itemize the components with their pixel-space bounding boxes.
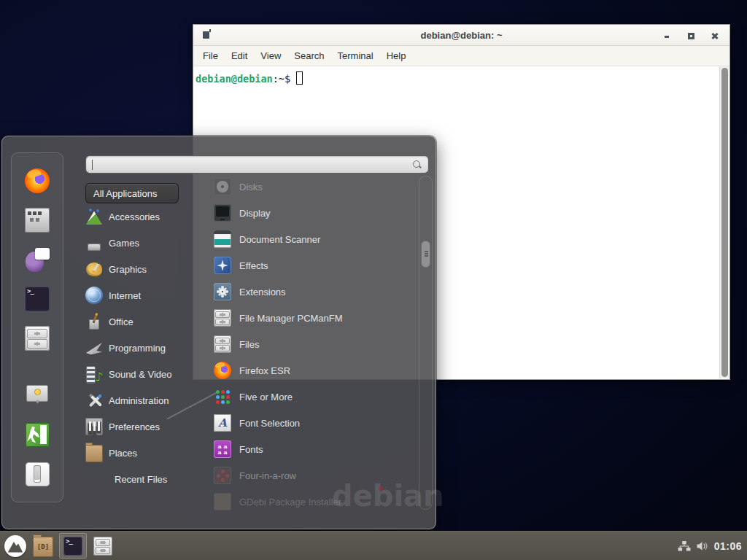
files-icon (214, 335, 231, 353)
app-item-font-selection[interactable]: Font Selection (211, 410, 417, 436)
log-out-button[interactable] (24, 421, 50, 448)
terminal-prompt: debian@debian:~$ (193, 66, 729, 85)
application-list: DisksDisplayDocument ScannerEffectsExten… (211, 174, 417, 515)
app-label: Font Selection (239, 418, 300, 429)
app-item-effects[interactable]: Effects (211, 252, 417, 279)
clock[interactable]: 01:06 (714, 540, 742, 552)
pidgin-icon (25, 247, 50, 272)
start-menu-icon (4, 535, 26, 557)
category-label: Administration (109, 395, 169, 406)
menu-item-file[interactable]: File (196, 50, 225, 61)
app-item-firefox-esr[interactable]: Firefox ESR (211, 357, 417, 384)
desktop: debian@debian: ~ FileEditViewSearchTermi… (0, 0, 747, 560)
category-label: Graphics (109, 264, 147, 275)
category-label: Office (109, 316, 133, 327)
network-icon[interactable] (678, 541, 691, 551)
category-office[interactable]: Office (85, 308, 187, 335)
category-label: Programming (109, 343, 166, 354)
terminal-scrollbar[interactable] (719, 66, 729, 378)
sound-video-icon (85, 365, 103, 383)
internet-icon (85, 287, 103, 304)
favorites-panel (11, 152, 63, 502)
shut-down-button[interactable] (24, 461, 50, 487)
close-button[interactable] (711, 31, 719, 40)
category-label: Recent Files (115, 474, 167, 485)
app-label: Disks (239, 182, 263, 192)
app-label: Display (239, 208, 271, 219)
category-places[interactable]: Places (85, 440, 187, 466)
terminal-titlebar[interactable]: debian@debian: ~ (193, 25, 729, 46)
menu-item-edit[interactable]: Edit (225, 50, 254, 61)
category-preferences[interactable]: Preferences (85, 413, 187, 440)
category-label: Internet (109, 290, 141, 301)
font-selection-icon (214, 414, 231, 432)
app-item-gdebi-package-installer[interactable]: GDebi Package Installer (211, 489, 417, 515)
app-item-files[interactable]: Files (211, 331, 417, 357)
file-cabinet-icon (25, 326, 50, 351)
category-label: All Applications (93, 188, 157, 199)
favorite-terminal[interactable] (24, 286, 50, 312)
fonts-icon (214, 440, 231, 458)
category-games[interactable]: Games (85, 230, 187, 256)
app-item-display[interactable]: Display (211, 200, 417, 226)
app-list-scrollbar-thumb[interactable] (421, 241, 430, 268)
system-tray: 01:06 (678, 540, 747, 552)
app-item-document-scanner[interactable]: Document Scanner (211, 226, 417, 252)
app-label: Five or More (239, 392, 293, 402)
logout-icon (26, 423, 50, 447)
taskbar-button-terminal-window[interactable] (59, 533, 87, 559)
lock-screen-button[interactable] (24, 382, 50, 408)
app-item-fonts[interactable]: Fonts (211, 436, 417, 462)
app-label: Files (239, 339, 259, 350)
category-administration[interactable]: Administration (85, 387, 187, 413)
terminal-scrollbar-thumb[interactable] (721, 68, 728, 377)
category-all-applications[interactable]: All Applications (85, 183, 179, 203)
menu-item-terminal[interactable]: Terminal (331, 50, 380, 61)
favorite-firefox[interactable] (24, 168, 50, 194)
app-label: Document Scanner (239, 234, 320, 245)
session-buttons (24, 382, 50, 487)
menu-item-search[interactable]: Search (287, 50, 330, 61)
prompt-user-host: debian@debian (196, 73, 273, 85)
taskbar-button-file-manager-window[interactable] (29, 533, 57, 559)
app-label: Firefox ESR (239, 365, 290, 376)
effects-icon (214, 257, 231, 274)
file-cabinet-icon (93, 537, 112, 556)
start-menu-button[interactable] (4, 534, 27, 558)
menu-item-help[interactable]: Help (380, 50, 413, 61)
category-label: Preferences (109, 421, 160, 432)
category-programming[interactable]: Programming (85, 335, 187, 361)
terminal-menubar: FileEditViewSearchTerminalHelp (193, 46, 729, 66)
app-item-extensions[interactable]: Extensions (211, 279, 417, 305)
app-label: File Manager PCManFM (239, 313, 343, 324)
category-accessories[interactable]: Accessories (85, 203, 187, 230)
taskbar-button-files-window[interactable] (89, 533, 117, 559)
volume-icon[interactable] (696, 541, 709, 551)
category-label: Places (109, 448, 137, 459)
maximize-button[interactable] (686, 31, 695, 40)
five-or-more-icon (214, 388, 231, 405)
prompt-suffix: :~$ (273, 73, 290, 85)
category-graphics[interactable]: Graphics (85, 256, 187, 282)
graphics-icon (85, 260, 103, 278)
category-sound-video[interactable]: Sound & Video (85, 361, 187, 387)
category-recent-files[interactable]: Recent Files (85, 466, 187, 492)
games-icon (85, 234, 103, 252)
menu-item-view[interactable]: View (254, 50, 287, 61)
search-input[interactable] (85, 155, 429, 174)
app-item-four-in-a-row[interactable]: Four-in-a-row (211, 462, 417, 489)
lock-screen-icon (26, 384, 50, 408)
favorite-pidgin[interactable] (24, 246, 50, 273)
favorite-settings-panel[interactable] (24, 207, 50, 233)
places-icon (85, 445, 103, 462)
terminal-cursor (296, 71, 303, 85)
app-item-disks[interactable]: Disks (211, 174, 417, 200)
category-internet[interactable]: Internet (85, 282, 187, 308)
favorite-file-manager[interactable] (24, 325, 50, 351)
minimize-button[interactable] (662, 31, 671, 40)
app-list-scrollbar[interactable] (419, 176, 433, 510)
app-item-five-or-more[interactable]: Five or More (211, 384, 417, 410)
app-item-file-manager-pcmanfm[interactable]: File Manager PCManFM (211, 305, 417, 331)
file-manager-icon (214, 309, 231, 327)
app-label: GDebi Package Installer (239, 497, 341, 508)
